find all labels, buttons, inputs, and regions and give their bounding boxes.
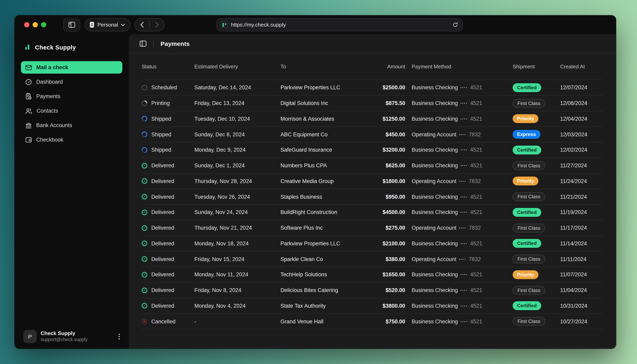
sidebar-item-label: Dashboard (36, 79, 63, 85)
profile-badge-icon (89, 22, 95, 28)
payment-method-cell: Business Checking••••4521 (405, 240, 513, 246)
profile-switcher[interactable]: Personal (85, 18, 131, 31)
close-button[interactable] (24, 22, 29, 27)
recipient-cell: Parkview Properties LLC (280, 240, 365, 246)
back-button[interactable] (135, 22, 150, 28)
shipment-cell: First Class (513, 161, 560, 170)
sidebar-item-bank-accounts[interactable]: Bank Accounts (21, 119, 122, 132)
recipient-cell: Morrison & Associates (280, 116, 365, 122)
reload-icon[interactable] (452, 22, 458, 28)
sidebar-item-dashboard[interactable]: Dashboard (21, 76, 122, 88)
browser-sidebar-toggle-button[interactable] (63, 18, 80, 31)
table-row[interactable]: DeliveredTuesday, Nov 26, 2024Staples Bu… (142, 189, 603, 205)
estimated-delivery-cell: Monday, Nov 4, 2024 (194, 303, 280, 309)
shipment-badge: Certified (513, 239, 541, 248)
shipment-cell: Priority (513, 270, 560, 279)
sidebar-item-label: Contacts (37, 108, 58, 114)
table-row[interactable]: DeliveredMonday, Nov 18, 2024Parkview Pr… (142, 236, 603, 252)
payment-account-last4: 4521 (470, 240, 482, 246)
clipboard-clock-icon (25, 93, 32, 100)
recipient-cell: Creative Media Group (280, 178, 365, 184)
status-label: Delivered (151, 162, 174, 168)
masked-digits-dots: •••• (459, 180, 466, 184)
status-cell: Delivered (142, 272, 194, 278)
recipient-cell: Digital Solutions Inc (280, 100, 365, 106)
app-sidebar-toggle-button[interactable] (140, 40, 147, 47)
created-at-cell: 10/31/2024 (560, 303, 603, 309)
shipment-badge: First Class (513, 161, 545, 170)
status-cell: Shipped (142, 131, 194, 137)
status-printing-icon (142, 100, 149, 106)
status-label: Shipped (151, 147, 171, 153)
shipment-badge: First Class (513, 99, 545, 108)
table-row[interactable]: ShippedTuesday, Dec 10, 2024Morrison & A… (142, 111, 603, 127)
sidebar-item-mail-a-check[interactable]: Mail a check (21, 61, 122, 74)
estimated-delivery-cell: Thursday, Nov 28, 2024 (194, 178, 280, 184)
gauge-icon (25, 79, 32, 85)
sidebar-item-checkbook[interactable]: Checkbook (21, 134, 122, 146)
shipment-cell: Certified (513, 302, 560, 310)
payment-account-name: Business Checking (412, 85, 458, 91)
recipient-cell: Sparkle Clean Co (280, 256, 365, 262)
address-bar[interactable]: https://my.check.supply (217, 18, 463, 31)
payment-account-last4: 4521 (470, 194, 482, 200)
payment-account-name: Operating Account (412, 178, 456, 184)
table-row[interactable]: ShippedSunday, Dec 8, 2024ABC Equipment … (142, 127, 603, 142)
app-name: Check Supply (35, 44, 76, 51)
masked-digits-dots: •••• (459, 226, 466, 230)
amount-cell: $4500.00 (365, 209, 405, 216)
table-row[interactable]: DeliveredFriday, Nov 8, 2024Delicious Bi… (142, 283, 603, 298)
sidebar-item-payments[interactable]: Payments (21, 90, 122, 102)
payment-account-last4: 7832 (469, 256, 481, 262)
account-menu-button[interactable] (118, 333, 120, 340)
shipment-cell: Priority (513, 114, 560, 123)
amount-cell: $380.00 (365, 256, 405, 262)
desktop-background: Personal https://my.check.supply (0, 0, 637, 364)
shipment-badge: Certified (513, 208, 541, 217)
created-at-cell: 12/06/2024 (560, 100, 603, 106)
status-delivered-icon (142, 225, 147, 231)
recipient-cell: Numbers Plus CPA (280, 162, 365, 168)
table-row[interactable]: ShippedMonday, Dec 9, 2024SafeGuard Insu… (142, 142, 603, 158)
table-row[interactable]: DeliveredSunday, Nov 24, 2024BuildRight … (142, 205, 603, 220)
table-row[interactable]: DeliveredThursday, Nov 21, 2024Software … (142, 220, 603, 236)
masked-digits-dots: •••• (460, 101, 468, 106)
status-cell: Delivered (142, 178, 194, 184)
table-row[interactable]: Cancelled-Grand Venue Hall$750.00Busines… (142, 314, 603, 330)
estimated-delivery-cell: Sunday, Dec 8, 2024 (194, 131, 280, 137)
mail-icon (25, 64, 32, 70)
payment-account-last4: 4521 (470, 147, 482, 153)
shipment-badge: Certified (513, 302, 541, 310)
table-row[interactable]: PrintingFriday, Dec 13, 2024Digital Solu… (142, 96, 603, 112)
masked-digits-dots: •••• (460, 148, 468, 152)
recipient-cell: TechHelp Solutions (280, 272, 365, 278)
created-at-cell: 11/21/2024 (560, 194, 603, 200)
shipment-badge: Priority (513, 114, 538, 123)
amount-cell: $625.00 (365, 162, 405, 168)
status-cancelled-icon (142, 318, 147, 324)
table-row[interactable]: DeliveredMonday, Nov 11, 2024TechHelp So… (142, 267, 603, 283)
url-text[interactable]: https://my.check.supply (231, 22, 449, 28)
payment-account-name: Business Checking (412, 116, 458, 122)
app-sidebar: Check Supply Mail a checkDashboardPaymen… (15, 34, 129, 349)
table-row[interactable]: ScheduledSaturday, Dec 14, 2024Parkview … (142, 80, 603, 96)
status-cell: Delivered (142, 287, 194, 293)
browser-toolbar: Personal https://my.check.supply (15, 15, 616, 34)
status-label: Printing (151, 100, 170, 106)
minimize-button[interactable] (33, 22, 38, 27)
sidebar-item-contacts[interactable]: Contacts (21, 104, 122, 117)
created-at-cell: 12/07/2024 (560, 85, 603, 91)
payment-account-last4: 7832 (469, 178, 481, 184)
table-row[interactable]: DeliveredFriday, Nov 15, 2024Sparkle Cle… (142, 252, 603, 267)
masked-digits-dots: •••• (459, 132, 466, 136)
payment-account-name: Business Checking (412, 147, 458, 153)
estimated-delivery-cell: Tuesday, Nov 26, 2024 (194, 194, 280, 200)
table-row[interactable]: DeliveredSunday, Dec 1, 2024Numbers Plus… (142, 158, 603, 174)
payment-method-cell: Business Checking••••4521 (405, 100, 513, 106)
table-row[interactable]: DeliveredMonday, Nov 4, 2024State Tax Au… (142, 298, 603, 314)
shipment-cell: First Class (513, 99, 560, 108)
table-row[interactable]: DeliveredThursday, Nov 28, 2024Creative … (142, 174, 603, 189)
forward-button[interactable] (150, 22, 164, 28)
zoom-button[interactable] (41, 22, 46, 27)
shipment-cell: First Class (513, 317, 560, 326)
